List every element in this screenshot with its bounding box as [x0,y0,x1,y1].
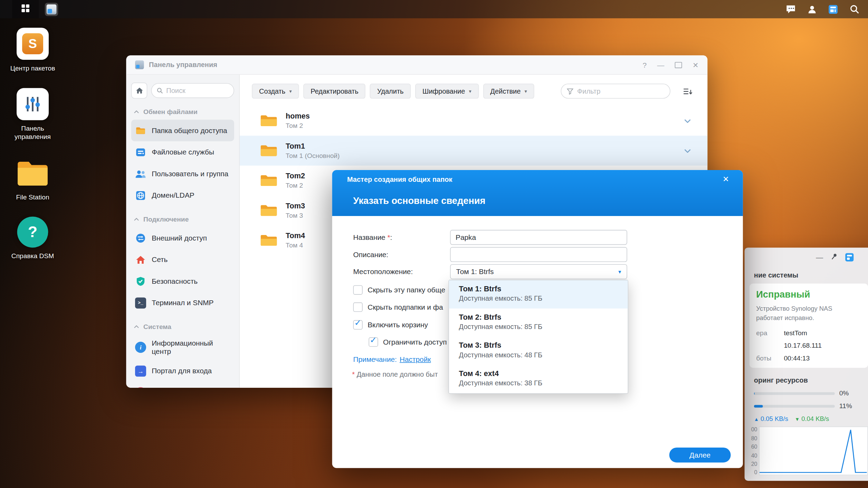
widget-panel: — ние системы Исправный Устройство Synol… [745,247,868,481]
folder-name: Tom4 [286,232,305,240]
location-select[interactable]: Том 1: Btrfs ▾ [450,264,627,279]
search-input[interactable] [166,87,229,94]
folder-location: Том 2 [286,182,305,189]
folder-name: Tom2 [286,172,305,180]
sidebar-item-label: Внешний доступ [152,234,207,242]
sidebar-item-regional[interactable]: Региональные [131,382,234,388]
recycle-bin-checkbox-row[interactable]: ✓ Включить корзину [353,320,428,329]
maximize-icon[interactable] [675,62,682,68]
chevron-down-icon[interactable] [684,119,691,123]
sidebar-search[interactable] [151,83,234,98]
folder-row-homes[interactable]: homes Том 2 [240,106,707,136]
folder-icon [260,114,277,127]
user-menu-icon[interactable] [808,5,817,14]
sidebar-item-security[interactable]: Безопасность [131,270,234,292]
home-icon [135,87,143,94]
sidebar-section-connectivity[interactable]: Подключение [134,215,231,223]
folder-location: Том 3 [286,212,305,219]
folder-location: Том 1 (Основной) [286,152,340,159]
delete-button[interactable]: Удалить [370,84,411,98]
dropdown-option-tom3[interactable]: Том 3: Btrfs Доступная емкость: 48 ГБ [449,337,628,365]
info-label [756,342,784,349]
sidebar-item-file-services[interactable]: Файловые службы [131,141,234,163]
widgets-icon[interactable] [828,4,838,14]
settings-link[interactable]: Настройк [400,355,431,363]
checkbox-unchecked[interactable] [353,285,363,294]
restrict-access-checkbox-row[interactable]: ✓ Ограничить доступ [369,337,447,347]
required-field-note: * Данное поле должно быт [352,370,438,378]
taskbar-control-panel-button[interactable] [39,0,64,18]
folder-row-tom1[interactable]: Tom1 Том 1 (Основной) [240,136,707,166]
chevron-down-icon[interactable] [684,149,691,152]
next-button[interactable]: Далее [669,448,731,462]
desktop-icon-dsm-help[interactable]: ? Справка DSM [2,217,63,261]
axis-tick: 80 [751,435,757,441]
desktop-icons: S Центр пакетов Панель управления File S… [2,28,63,261]
name-field[interactable] [450,230,627,245]
sidebar-section-file-sharing[interactable]: Обмен файлами [134,108,231,116]
control-panel-sidebar: Обмен файлами Папка общего доступа Файло… [126,75,240,388]
sort-icon [683,87,692,95]
sidebar-item-domain-ldap[interactable]: Домен/LDAP [131,185,234,206]
option-capacity: Доступная емкость: 85 ГБ [459,323,628,330]
checkbox-checked[interactable]: ✓ [369,337,378,347]
network-speeds: ▲0.05 KB/s ▼0.04 KB/s [754,416,868,422]
edit-button[interactable]: Редактировать [303,84,365,98]
location-value: Том 1: Btrfs [456,268,494,276]
sidebar-item-label: Файловые службы [152,148,214,157]
system-health-card: Исправный Устройство Synology NAS работа… [750,284,868,368]
create-button[interactable]: Создать ▾ [252,84,299,98]
close-icon[interactable]: ✕ [723,175,729,184]
help-icon[interactable]: ? [642,60,647,69]
close-icon[interactable]: ✕ [693,60,698,69]
sidebar-top [131,83,234,98]
desktop-icon-control-panel[interactable]: Панель управления [2,88,63,142]
option-capacity: Доступная емкость: 38 ГБ [459,379,628,387]
sidebar-item-info-center[interactable]: i Информационный центр [131,335,234,360]
main-menu-button[interactable] [12,0,39,18]
location-dropdown: Том 1: Btrfs Доступная емкость: 85 ГБ То… [448,280,628,394]
window-titlebar[interactable]: Панель управления ? — ✕ [126,55,707,75]
window-app-icon [135,60,144,69]
user-group-icon [135,168,146,179]
sidebar-item-login-portal[interactable]: → Портал для входа [131,360,234,382]
list-options-button[interactable] [681,84,694,97]
window-title: Панель управления [149,61,217,68]
sidebar-item-label: Папка общего доступа [152,126,227,135]
action-button[interactable]: Действие ▾ [483,84,534,98]
sidebar-item-network[interactable]: Сеть [131,249,234,271]
info-label: ера [756,329,784,337]
sidebar-item-external-access[interactable]: Внешний доступ [131,227,234,249]
dropdown-option-tom1[interactable]: Том 1: Btrfs Доступная емкость: 85 ГБ [449,280,628,309]
search-icon[interactable] [850,4,859,14]
checkbox-unchecked[interactable] [353,302,363,312]
home-button[interactable] [131,83,147,98]
filter-input[interactable] [577,87,664,95]
hide-subfolders-checkbox-row[interactable]: Скрыть подпапки и фа [353,302,443,312]
sidebar-item-user-group[interactable]: Пользователь и группа [131,163,234,185]
encryption-button[interactable]: Шифрование ▾ [415,84,478,98]
desktop-icon-file-station[interactable]: File Station [2,157,63,202]
option-name: Том 1: Btrfs [459,285,628,293]
dropdown-option-tom2[interactable]: Том 2: Btrfs Доступная емкость: 85 ГБ [449,309,628,337]
sidebar-item-terminal-snmp[interactable]: >_ Терминал и SNMP [131,292,234,314]
widget-minimize-icon[interactable]: — [816,253,823,261]
checkbox-checked[interactable]: ✓ [353,320,363,329]
filter-box[interactable] [561,84,670,98]
pin-icon[interactable] [831,253,838,261]
hide-folder-checkbox-row[interactable]: Скрыть эту папку обще [353,285,445,294]
folder-name: homes [286,112,310,120]
cpu-track [754,392,835,395]
ram-percent: 11% [839,402,852,410]
axis-tick: 60 [751,444,757,450]
dropdown-option-tom4[interactable]: Том 4: ext4 Доступная емкость: 38 ГБ [449,365,628,393]
top-bar [0,0,868,18]
widget-panel-icon[interactable] [845,253,853,261]
desktop-icon-package-center[interactable]: S Центр пакетов [2,28,63,73]
notifications-icon[interactable] [785,4,796,14]
dsm-help-icon: ? [17,217,48,248]
sidebar-section-system[interactable]: Система [134,323,231,330]
sidebar-item-shared-folder[interactable]: Папка общего доступа [131,120,234,141]
minimize-icon[interactable]: — [657,60,665,69]
description-field[interactable] [450,247,627,262]
